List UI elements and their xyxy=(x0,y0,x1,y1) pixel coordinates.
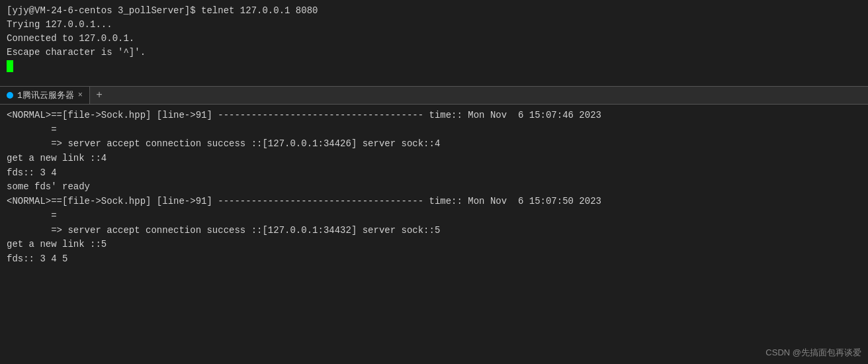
top-terminal-pane: [yjy@VM-24-6-centos 3_pollServer]$ telne… xyxy=(0,0,868,86)
bottom-line-2: => server accept connection success ::[1… xyxy=(7,137,861,152)
bottom-line-8: <NORMAL>==[file->Sock.hpp] [line->91] --… xyxy=(7,195,861,209)
tab-close-button[interactable]: × xyxy=(78,91,83,100)
bottom-line-6: fds:: 3 4 xyxy=(7,166,861,181)
bottom-line-14: fds:: 3 4 5 xyxy=(7,252,861,267)
tab-add-button[interactable]: + xyxy=(90,87,108,104)
bottom-line-13: get a new link ::5 xyxy=(7,238,861,252)
top-line-1: [yjy@VM-24-6-centos 3_pollServer]$ telne… xyxy=(7,4,861,18)
bottom-line-1: = xyxy=(7,123,861,138)
top-cursor-line xyxy=(7,60,861,73)
top-line-3: Connected to 127.0.0.1. xyxy=(7,32,861,46)
tab-server[interactable]: 1腾讯云服务器 × xyxy=(0,87,90,104)
watermark: CSDN @先搞面包再谈爱 xyxy=(765,347,861,359)
bottom-line-0: <NORMAL>==[file->Sock.hpp] [line->91] --… xyxy=(7,109,861,123)
bottom-line-9: = xyxy=(7,209,861,224)
tab-server-icon xyxy=(7,92,13,99)
bottom-line-7: some fds' ready xyxy=(7,180,861,195)
bottom-line-10: => server accept connection success ::[1… xyxy=(7,224,861,238)
tab-server-label: 1腾讯云服务器 xyxy=(17,89,74,101)
top-line-2: Trying 127.0.0.1... xyxy=(7,18,861,32)
tab-bar: 1腾讯云服务器 × + xyxy=(0,86,868,105)
top-line-4: Escape character is '^]'. xyxy=(7,46,861,60)
cursor-block xyxy=(7,60,13,72)
bottom-terminal-pane: <NORMAL>==[file->Sock.hpp] [line->91] --… xyxy=(0,105,868,364)
bottom-line-5: get a new link ::4 xyxy=(7,152,861,166)
